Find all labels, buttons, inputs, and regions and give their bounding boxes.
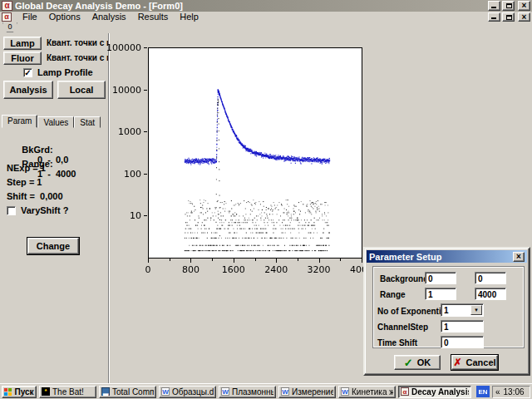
tab-stat[interactable]: Stat bbox=[74, 116, 101, 128]
application-window: α Global Decay Analysis Demo - [Form0] ×… bbox=[0, 0, 532, 399]
left-panel: Lamp Квант. точки с полим Fluor Квант. т… bbox=[0, 33, 109, 383]
taskbar-button-label: Total Commande... bbox=[112, 387, 154, 397]
form-tab-0[interactable]: 0 bbox=[2, 22, 17, 32]
windows-logo-icon bbox=[4, 388, 7, 392]
close-button[interactable]: × bbox=[518, 1, 530, 11]
fluor-button[interactable]: Fluor bbox=[3, 52, 42, 65]
chevron-down-icon[interactable]: ▼ bbox=[470, 305, 482, 315]
range-field-2[interactable]: 4000 bbox=[475, 288, 506, 300]
taskbar-button[interactable]: WОбразцы.doc [P... bbox=[159, 386, 216, 398]
menu-file[interactable]: File bbox=[17, 12, 43, 22]
varyshift-label: VaryShift ? bbox=[21, 205, 68, 215]
tab-values[interactable]: Values bbox=[37, 116, 74, 128]
decay-chart bbox=[125, 37, 374, 278]
menu-results[interactable]: Results bbox=[132, 12, 175, 22]
language-indicator[interactable]: EN bbox=[476, 386, 490, 397]
exponentials-combo[interactable]: 1 ▼ bbox=[441, 303, 484, 317]
lamp-button[interactable]: Lamp bbox=[3, 37, 42, 50]
analysis-button[interactable]: Analysis bbox=[3, 81, 53, 99]
lamp-profile-label: Lamp Profile bbox=[37, 67, 93, 77]
dialog-titlebar[interactable]: Parameter Setup × bbox=[367, 250, 527, 263]
x-tick-label: 800 bbox=[182, 264, 200, 275]
window-title: Global Decay Analysis Demo - [Form0] bbox=[15, 1, 488, 12]
dialog-close-button[interactable]: × bbox=[513, 252, 525, 262]
taskbar-button[interactable]: WИзмерение дли... bbox=[278, 386, 336, 398]
tab-param[interactable]: Param bbox=[2, 115, 37, 128]
change-button[interactable]: Change bbox=[27, 238, 79, 254]
nexp-value: NExp = 1 bbox=[7, 163, 46, 173]
taskbar-button-label: Измерение дли... bbox=[292, 387, 333, 397]
fluor-file-label: Квант. точки с полим bbox=[47, 53, 108, 64]
mdi-restore-button[interactable] bbox=[502, 12, 515, 22]
taskbar-button[interactable]: *The Bat! bbox=[39, 386, 96, 398]
menu-options[interactable]: Options bbox=[43, 12, 86, 22]
ok-button[interactable]: ✓ OK bbox=[394, 355, 441, 370]
close-icon: × bbox=[519, 1, 530, 11]
tray-clock-area: « 13:06 bbox=[492, 386, 530, 398]
range-field-1[interactable]: 1 bbox=[425, 288, 456, 300]
taskbar-button-label: The Bat! bbox=[52, 387, 84, 397]
mdi-minimize-button[interactable] bbox=[488, 12, 500, 22]
word-doc-icon: W bbox=[161, 387, 170, 396]
ok-label: OK bbox=[417, 357, 431, 367]
backgrounds-field-1[interactable]: 0 bbox=[425, 272, 456, 284]
taskbar-button[interactable]: ▂Total Commande... bbox=[99, 386, 156, 398]
taskbar-button-label: Decay Analysis bbox=[411, 387, 469, 397]
taskbar: Пуск *The Bat!▂Total Commande...WОбразцы… bbox=[0, 383, 532, 399]
tray-chevron-icon[interactable]: « bbox=[495, 387, 500, 397]
taskbar-button-label: Плазмонные пл... bbox=[232, 387, 273, 397]
x-tick-label: 3200 bbox=[308, 264, 331, 275]
x-icon: ✗ bbox=[453, 357, 461, 368]
word-doc-icon: W bbox=[221, 387, 229, 396]
y-tick-label: 100000 bbox=[106, 42, 141, 53]
mdi-child-icon[interactable]: α bbox=[2, 12, 12, 22]
minimize-button[interactable] bbox=[488, 1, 500, 11]
varyshift-checkbox[interactable]: VaryShift ? bbox=[7, 205, 68, 215]
taskbar-button[interactable]: αDecay Analysis bbox=[398, 386, 471, 398]
exponentials-value: 1 bbox=[444, 306, 449, 315]
y-tick-label: 10000 bbox=[112, 85, 141, 96]
cancel-button[interactable]: ✗ Cancel bbox=[451, 355, 498, 370]
y-tick-label: 100 bbox=[124, 169, 141, 180]
timeshift-field[interactable]: 0 bbox=[441, 336, 484, 348]
check-icon: ✓ bbox=[404, 357, 413, 369]
taskbar-button[interactable]: WПлазмонные пл... bbox=[219, 386, 276, 398]
system-tray: EN « 13:06 bbox=[476, 386, 530, 398]
taskbar-button-label: Образцы.doc [P... bbox=[172, 387, 214, 397]
lamp-file-label: Квант. точки с полим bbox=[47, 38, 108, 49]
window-titlebar: α Global Decay Analysis Demo - [Form0] × bbox=[0, 0, 532, 12]
minimize-icon bbox=[491, 17, 496, 19]
menu-help[interactable]: Help bbox=[174, 12, 204, 22]
cancel-label: Cancel bbox=[466, 357, 495, 367]
channelstep-field[interactable]: 1 bbox=[441, 320, 484, 332]
app-icon[interactable]: α bbox=[2, 1, 12, 11]
mdi-close-button[interactable]: × bbox=[518, 12, 530, 22]
task-buttons: *The Bat!▂Total Commande...WОбразцы.doc … bbox=[39, 386, 471, 398]
checkbox-checked-icon[interactable]: ✓ bbox=[23, 68, 32, 77]
restore-icon bbox=[506, 15, 512, 20]
minimize-icon bbox=[491, 7, 496, 8]
restore-button[interactable] bbox=[502, 1, 515, 11]
taskbar-button[interactable]: WКинетика желт... bbox=[338, 386, 396, 398]
x-tick-label: 0 bbox=[145, 264, 151, 275]
word-doc-icon: W bbox=[281, 387, 289, 396]
total-commander-icon: ▂ bbox=[101, 387, 110, 396]
word-doc-icon: W bbox=[341, 387, 349, 396]
local-button[interactable]: Local bbox=[57, 81, 106, 99]
step-value: Step = 1 bbox=[7, 177, 42, 187]
start-label: Пуск bbox=[14, 387, 33, 397]
close-icon: × bbox=[514, 252, 524, 262]
start-button[interactable]: Пуск bbox=[2, 386, 37, 398]
range-label: Range bbox=[380, 290, 406, 299]
y-tick-label: 1000 bbox=[118, 126, 141, 137]
the-bat-icon: * bbox=[42, 387, 50, 396]
timeshift-label: Time Shift bbox=[377, 338, 417, 347]
x-tick-label: 1600 bbox=[222, 264, 245, 275]
backgrounds-field-2[interactable]: 0 bbox=[475, 272, 506, 284]
y-tick-label: 10 bbox=[130, 210, 141, 221]
lamp-profile-checkbox[interactable]: ✓ Lamp Profile bbox=[23, 67, 93, 77]
menu-analysis[interactable]: Analysis bbox=[86, 12, 132, 22]
parameter-setup-dialog: Parameter Setup × Backgrounds 0 0 Range … bbox=[363, 247, 530, 376]
checkbox-unchecked[interactable] bbox=[7, 206, 16, 215]
clock: 13:06 bbox=[504, 387, 525, 397]
